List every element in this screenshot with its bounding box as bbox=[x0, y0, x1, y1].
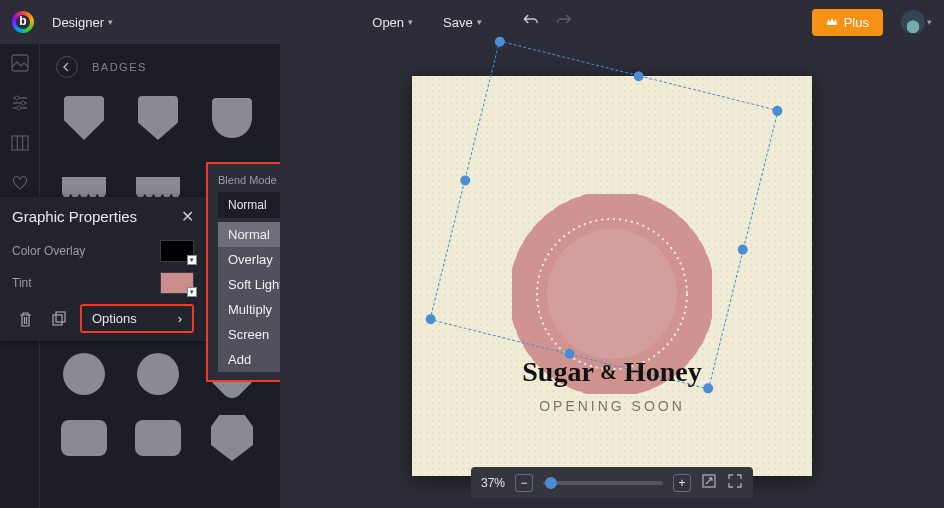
app-logo[interactable] bbox=[12, 11, 34, 33]
tint-swatch[interactable]: ▾ bbox=[160, 272, 194, 294]
mode-menu[interactable]: Designer ▾ bbox=[52, 15, 113, 30]
back-button[interactable] bbox=[56, 56, 78, 78]
topbar: Designer ▾ Open ▾ Save ▾ Plus ▾ bbox=[0, 0, 944, 44]
open-label: Open bbox=[372, 15, 404, 30]
badge-shield-3[interactable] bbox=[204, 92, 260, 144]
chevron-down-icon: ▾ bbox=[477, 17, 482, 27]
color-overlay-swatch[interactable]: ▾ bbox=[160, 240, 194, 262]
tint-label: Tint bbox=[12, 276, 32, 290]
headline-word-2: Honey bbox=[624, 356, 702, 387]
zoom-thumb[interactable] bbox=[545, 477, 557, 489]
svg-rect-6 bbox=[56, 312, 65, 322]
rail-heart-icon[interactable] bbox=[11, 174, 29, 196]
panel-title: BADGES bbox=[92, 61, 147, 73]
badge-plaque-2[interactable] bbox=[56, 412, 112, 464]
avatar bbox=[901, 10, 925, 34]
properties-title: Graphic Properties bbox=[12, 208, 137, 225]
fit-screen-button[interactable] bbox=[701, 473, 717, 492]
rail-sliders-icon[interactable] bbox=[11, 94, 29, 116]
zoom-in-button[interactable]: + bbox=[673, 474, 691, 492]
options-label: Options bbox=[92, 311, 137, 326]
plus-label: Plus bbox=[844, 15, 869, 30]
badge-seal-1[interactable] bbox=[56, 348, 112, 400]
zoom-out-button[interactable]: − bbox=[515, 474, 533, 492]
badge-seal-2[interactable] bbox=[130, 348, 186, 400]
duplicate-button[interactable] bbox=[46, 306, 72, 332]
blend-selected-value: Normal bbox=[228, 198, 267, 212]
zoom-slider[interactable] bbox=[543, 481, 663, 485]
headline-ampersand: & bbox=[600, 361, 617, 383]
crown-icon bbox=[826, 16, 838, 28]
svg-rect-0 bbox=[12, 55, 28, 71]
close-icon[interactable]: ✕ bbox=[181, 207, 194, 226]
zoom-bar: 37% − + bbox=[471, 467, 753, 498]
swatch-dropdown-icon: ▾ bbox=[187, 287, 197, 297]
svg-rect-4 bbox=[12, 136, 28, 150]
chevron-down-icon: ▾ bbox=[927, 17, 932, 27]
badge-plaque-3[interactable] bbox=[130, 412, 186, 464]
save-menu[interactable]: Save ▾ bbox=[443, 15, 482, 30]
undo-redo-group bbox=[524, 13, 572, 31]
chevron-right-icon: › bbox=[178, 311, 182, 326]
rail-columns-icon[interactable] bbox=[11, 134, 29, 156]
canvas-area: Sugar & Honey OPENING SOON 37% − + bbox=[280, 44, 944, 508]
redo-button[interactable] bbox=[556, 13, 572, 31]
svg-point-2 bbox=[21, 101, 25, 105]
headline-word-1: Sugar bbox=[522, 356, 593, 387]
subhead[interactable]: OPENING SOON bbox=[412, 398, 812, 414]
artboard[interactable]: Sugar & Honey OPENING SOON bbox=[412, 76, 812, 476]
user-menu[interactable]: ▾ bbox=[901, 10, 932, 34]
svg-point-11 bbox=[547, 229, 677, 359]
fullscreen-button[interactable] bbox=[727, 473, 743, 492]
options-button[interactable]: Options › bbox=[80, 304, 194, 333]
chevron-down-icon: ▾ bbox=[108, 17, 113, 27]
undo-button[interactable] bbox=[524, 13, 540, 31]
swatch-dropdown-icon: ▾ bbox=[187, 255, 197, 265]
headline[interactable]: Sugar & Honey bbox=[412, 356, 812, 388]
color-overlay-label: Color Overlay bbox=[12, 244, 85, 258]
badge-shield-1[interactable] bbox=[56, 92, 112, 144]
badge-crest[interactable] bbox=[204, 412, 260, 464]
mode-label: Designer bbox=[52, 15, 104, 30]
upgrade-plus-button[interactable]: Plus bbox=[812, 9, 883, 36]
graphic-properties-panel: Graphic Properties ✕ Color Overlay ▾ Tin… bbox=[0, 197, 206, 341]
panel-header: BADGES bbox=[56, 56, 264, 78]
badge-shield-2[interactable] bbox=[130, 92, 186, 144]
open-menu[interactable]: Open ▾ bbox=[372, 15, 413, 30]
rail-image-icon[interactable] bbox=[11, 54, 29, 76]
zoom-percent: 37% bbox=[481, 476, 505, 490]
delete-button[interactable] bbox=[12, 306, 38, 332]
topbar-center: Open ▾ Save ▾ bbox=[372, 13, 571, 31]
svg-point-3 bbox=[17, 106, 21, 110]
svg-point-1 bbox=[15, 96, 19, 100]
chevron-down-icon: ▾ bbox=[408, 17, 413, 27]
svg-rect-5 bbox=[53, 315, 62, 325]
save-label: Save bbox=[443, 15, 473, 30]
